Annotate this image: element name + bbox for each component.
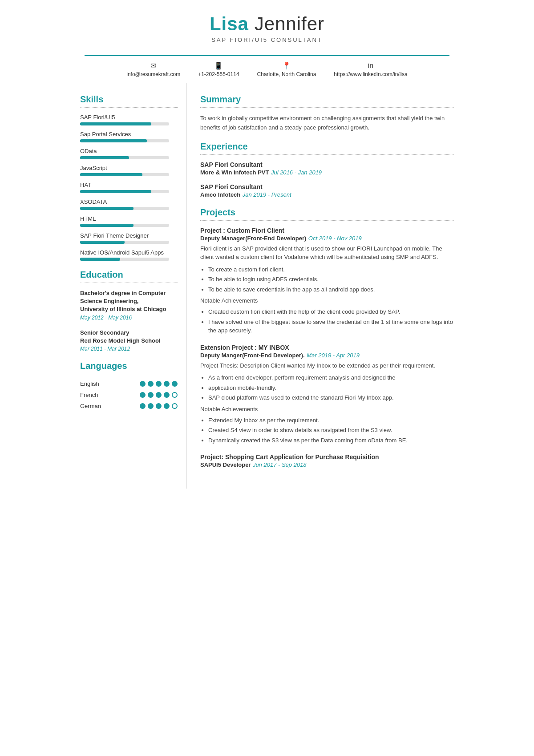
- education-title: Education: [80, 270, 178, 280]
- exp-date: Jan 2019 - Present: [243, 191, 291, 198]
- contact-linkedin[interactable]: in https://www.linkedin.com/in/lisa: [334, 62, 407, 77]
- skill-bar-fill: [80, 173, 142, 176]
- exp-date: Jul 2016 - Jan 2019: [271, 169, 322, 176]
- language-item: German: [80, 403, 178, 409]
- project-role-line: SAPUI5 Developer Jun 2017 - Sep 2018: [200, 461, 454, 469]
- skill-name: HTML: [80, 215, 178, 222]
- project-bullets: As a front-end developer, perform requir…: [208, 373, 454, 402]
- notable-bullet: I have solved one of the biggest issue t…: [208, 318, 454, 335]
- notable-bullet: Created custom fiori client with the hel…: [208, 307, 454, 316]
- skills-list: SAP Fiori/UI5 Sap Portal Services OData …: [80, 114, 178, 261]
- language-item: French: [80, 392, 178, 398]
- project-item: Project : Custom Fiori Client Deputy Man…: [200, 227, 454, 335]
- project-date: Oct 2019 - Nov 2019: [308, 235, 362, 242]
- first-name: Lisa: [210, 13, 249, 34]
- resume-container: Lisa Jennifer SAP FIORI/UI5 CONSULTANT ✉…: [67, 0, 467, 489]
- languages-list: English French German: [80, 380, 178, 409]
- phone-icon: 📱: [214, 61, 223, 70]
- exp-title: SAP Fiori Consultant: [200, 161, 454, 168]
- skill-item: HAT: [80, 182, 178, 193]
- skill-bar-fill: [80, 190, 151, 193]
- experience-title: Experience: [200, 141, 454, 152]
- language-item: English: [80, 380, 178, 387]
- skill-name: Sap Portal Services: [80, 131, 178, 137]
- language-name: German: [80, 403, 109, 409]
- projects-title: Projects: [200, 207, 454, 218]
- exp-company: More & Win Infotech PVT: [200, 169, 269, 176]
- experience-section: Experience SAP Fiori Consultant More & W…: [200, 141, 454, 198]
- skill-name: SAP Fiori Theme Designer: [80, 232, 178, 239]
- dot-filled: [172, 381, 178, 387]
- location-text: Charlotte, North Carolina: [257, 71, 316, 77]
- experience-divider: [200, 154, 454, 155]
- experience-item: SAP Fiori Consultant More & Win Infotech…: [200, 161, 454, 176]
- project-bullet: As a front-end developer, perform requir…: [208, 373, 454, 382]
- project-bullet: SAP cloud platform was used to extend th…: [208, 393, 454, 402]
- body-content: Skills SAP Fiori/UI5 Sap Portal Services…: [67, 83, 467, 489]
- dot-filled: [140, 381, 146, 387]
- project-title: Extension Project : MY INBOX: [200, 344, 454, 351]
- skill-bar-bg: [80, 122, 169, 125]
- project-desc: Project Thesis: Description Client wante…: [200, 361, 454, 370]
- job-title: SAP FIORI/UI5 CONSULTANT: [85, 36, 449, 43]
- contact-location: 📍 Charlotte, North Carolina: [257, 61, 316, 77]
- language-name: English: [80, 380, 109, 387]
- project-title: Project: Shopping Cart Application for P…: [200, 453, 454, 461]
- notable-bullets: Created custom fiori client with the hel…: [208, 307, 454, 335]
- exp-company-line: Amco Infotech Jan 2019 - Present: [200, 190, 454, 198]
- education-divider: [80, 283, 178, 283]
- exp-company-line: More & Win Infotech PVT Jul 2016 - Jan 2…: [200, 168, 454, 176]
- language-dots: [140, 403, 178, 409]
- project-desc: Fiori client is an SAP provided client t…: [200, 244, 454, 262]
- language-name: French: [80, 392, 109, 398]
- email-icon: ✉: [150, 61, 156, 70]
- skill-item: XSODATA: [80, 198, 178, 210]
- full-name: Lisa Jennifer: [85, 13, 449, 35]
- summary-section: Summary To work in globally competitive …: [200, 94, 454, 133]
- skill-item: SAP Fiori/UI5: [80, 114, 178, 125]
- skill-name: Native IOS/Android Sapui5 Apps: [80, 249, 178, 256]
- skill-bar-fill: [80, 207, 134, 210]
- skill-bar-fill: [80, 122, 151, 125]
- skill-item: Native IOS/Android Sapui5 Apps: [80, 249, 178, 261]
- phone-text: +1-202-555-0114: [198, 71, 239, 77]
- skill-bar-bg: [80, 156, 169, 159]
- right-column: Summary To work in globally competitive …: [187, 83, 467, 489]
- dot-filled: [140, 392, 146, 398]
- notable-bullet: Created S4 view in order to show details…: [208, 426, 454, 435]
- experience-list: SAP Fiori Consultant More & Win Infotech…: [200, 161, 454, 198]
- dot-filled: [148, 381, 154, 387]
- projects-list: Project : Custom Fiori Client Deputy Man…: [200, 227, 454, 469]
- skill-bar-bg: [80, 139, 169, 142]
- linkedin-text: https://www.linkedin.com/in/lisa: [334, 71, 407, 77]
- dot-empty: [172, 392, 178, 398]
- project-date: Mar 2019 - Apr 2019: [307, 352, 360, 359]
- project-bullet: application mobile-friendly.: [208, 384, 454, 392]
- skill-bar-fill: [80, 139, 147, 142]
- skill-name: XSODATA: [80, 198, 178, 205]
- skills-section: Skills SAP Fiori/UI5 Sap Portal Services…: [80, 94, 178, 261]
- project-bullets: To create a custom fiori client.To be ab…: [208, 265, 454, 294]
- notable-label: Notable Achievements: [200, 297, 454, 304]
- skill-bar-bg: [80, 258, 169, 261]
- edu-date: Mar 2011 - Mar 2012: [80, 346, 178, 352]
- project-role: Deputy Manger(Front-End Developer).: [200, 352, 305, 359]
- project-bullet: To create a custom fiori client.: [208, 265, 454, 274]
- edu-date: May 2012 - May 2016: [80, 315, 178, 321]
- edu-degree: Bachelor's degree in Computer Science En…: [80, 289, 178, 314]
- dot-filled: [156, 381, 162, 387]
- language-dots: [140, 392, 178, 398]
- contact-bar: ✉ info@resumekraft.com 📱 +1-202-555-0114…: [67, 56, 467, 83]
- skill-bar-bg: [80, 190, 169, 193]
- project-role-line: Deputy Manger(Front-End Developer). Mar …: [200, 351, 454, 359]
- summary-divider: [200, 107, 454, 108]
- dot-filled: [164, 403, 170, 409]
- skill-bar-fill: [80, 258, 120, 261]
- project-item: Extension Project : MY INBOX Deputy Mang…: [200, 344, 454, 445]
- dot-filled: [156, 392, 162, 398]
- dot-filled: [156, 403, 162, 409]
- skill-item: OData: [80, 148, 178, 159]
- skill-bar-bg: [80, 173, 169, 176]
- notable-bullet: Extended My Inbox as per the requirement…: [208, 416, 454, 425]
- notable-bullets: Extended My Inbox as per the requirement…: [208, 416, 454, 445]
